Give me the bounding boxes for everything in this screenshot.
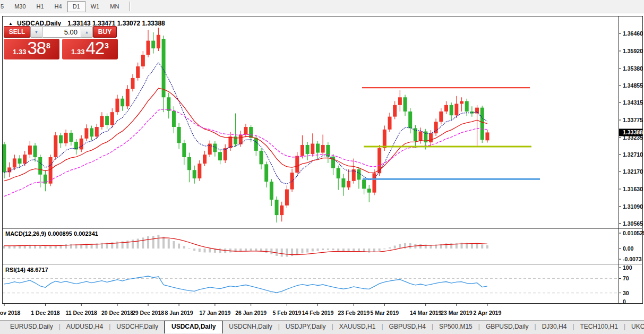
one-click-trading-panel: SELL ▼ 5.00 ▲ BUY 1.33388 1.33423 xyxy=(4,26,118,59)
macd-pane xyxy=(3,235,488,256)
buy-price-button[interactable]: 1.33423 xyxy=(62,39,118,59)
svg-text:1.31090: 1.31090 xyxy=(623,203,643,210)
sell-price-prefix: 1.33 xyxy=(13,48,26,56)
svg-text:22 Nov 2018: 22 Nov 2018 xyxy=(0,310,21,316)
timeframe-toolbar: 5M30H1H4D1W1MN xyxy=(0,0,644,13)
svg-text:29 Dec 2018: 29 Dec 2018 xyxy=(132,310,164,316)
svg-text:1.32710: 1.32710 xyxy=(623,151,643,158)
rsi-pane xyxy=(3,276,619,293)
chart-tab-dj30[interactable]: DJ30,H4 xyxy=(536,321,573,332)
svg-text:23 Mar 2019: 23 Mar 2019 xyxy=(441,310,473,316)
timeframe-button-5[interactable]: 5 xyxy=(0,1,9,12)
svg-text:14 Mar 2019: 14 Mar 2019 xyxy=(410,310,442,316)
svg-text:1.35380: 1.35380 xyxy=(623,65,643,72)
price-axis: 1.364601.359201.353801.348551.343151.337… xyxy=(619,30,644,305)
svg-text:14 Feb 2019: 14 Feb 2019 xyxy=(302,310,334,316)
buy-price-prefix: 1.33 xyxy=(71,48,84,56)
mt4-window: 1.364601.359201.353801.348551.343151.337… xyxy=(0,0,644,334)
svg-text:100: 100 xyxy=(623,264,632,271)
date-axis: 22 Nov 20181 Dec 201811 Dec 201820 Dec 2… xyxy=(0,304,501,316)
toolbar-separator xyxy=(130,2,131,11)
svg-text:1.34315: 1.34315 xyxy=(623,99,643,106)
timeframe-button-w1[interactable]: W1 xyxy=(85,1,105,12)
chart-tab-audusd[interactable]: AUDUSD,H4 xyxy=(61,321,109,332)
chart-tab-usdjpy[interactable]: USDJPY,Daily xyxy=(280,321,332,332)
svg-text:20 Dec 2018: 20 Dec 2018 xyxy=(101,310,133,316)
svg-text:1.30565: 1.30565 xyxy=(623,220,643,227)
chart-tab-usdcnh[interactable]: USDCNH,Daily xyxy=(223,321,278,332)
svg-text:2 Apr 2019: 2 Apr 2019 xyxy=(474,310,502,316)
sell-price-pipette: 8 xyxy=(46,41,50,50)
sell-price-big: 38 xyxy=(27,39,46,58)
chart-tab-usdcad[interactable]: USDCAD,Daily xyxy=(164,321,223,333)
chart-tab-gbpusd[interactable]: GBPUSD,Daily xyxy=(480,321,535,332)
buy-button[interactable]: BUY xyxy=(93,26,117,38)
svg-text:1.33388: 1.33388 xyxy=(623,129,643,135)
rsi-indicator-label: RSI(14) 48.6717 xyxy=(5,267,48,273)
svg-text:1.34855: 1.34855 xyxy=(623,82,643,89)
svg-text:1 Dec 2018: 1 Dec 2018 xyxy=(31,310,59,316)
svg-text:70: 70 xyxy=(623,275,629,281)
svg-text:30: 30 xyxy=(623,290,629,296)
collapse-panel-arrow[interactable]: ▲ xyxy=(8,21,13,26)
chart-tab-xauusd[interactable]: XAUUSD,H1 xyxy=(333,321,382,332)
chart-tab-gbpusd[interactable]: GBPUSD,H4 xyxy=(383,321,432,332)
chart-tab-tech100[interactable]: TECH100,H1 xyxy=(574,321,624,332)
sell-price-button[interactable]: 1.33388 xyxy=(4,39,59,59)
svg-text:11 Dec 2018: 11 Dec 2018 xyxy=(65,310,97,316)
svg-text:0.00: 0.00 xyxy=(623,245,634,252)
svg-text:8 Jan 2019: 8 Jan 2019 xyxy=(165,310,193,316)
svg-text:-0.0073: -0.0073 xyxy=(623,256,642,262)
chart-tab-bar: EURUSD,Daily|AUDUSD,H4|USDCHF,DailyUSDCA… xyxy=(0,320,644,334)
svg-text:1.36460: 1.36460 xyxy=(623,30,643,37)
svg-text:1.31630: 1.31630 xyxy=(623,186,643,192)
svg-text:1.35920: 1.35920 xyxy=(623,48,643,54)
svg-text:1.32170: 1.32170 xyxy=(623,168,643,175)
trade-panel-price-row: 1.33388 1.33423 xyxy=(4,39,118,59)
chart-tab-ukc[interactable]: UKC xyxy=(625,321,644,332)
buy-price-big: 42 xyxy=(85,39,104,58)
svg-text:26 Jan 2019: 26 Jan 2019 xyxy=(235,310,267,316)
macd-indicator-label: MACD(12,26,9) 0.000895 0.002341 xyxy=(5,230,98,237)
svg-text:17 Jan 2019: 17 Jan 2019 xyxy=(199,310,230,316)
timeframe-button-h1[interactable]: H1 xyxy=(31,1,49,12)
svg-text:0.010525: 0.010525 xyxy=(623,230,644,236)
timeframe-button-h4[interactable]: H4 xyxy=(49,1,67,12)
timeframe-button-d1[interactable]: D1 xyxy=(67,1,85,12)
sell-button[interactable]: SELL xyxy=(4,26,30,38)
timeframe-button-m30[interactable]: M30 xyxy=(9,1,31,12)
volume-input[interactable]: 5.00 xyxy=(42,26,81,38)
svg-text:1.33775: 1.33775 xyxy=(623,117,643,123)
svg-text:5 Mar 2019: 5 Mar 2019 xyxy=(370,310,399,316)
svg-text:0: 0 xyxy=(623,298,626,305)
chart-tab-eurusd[interactable]: EURUSD,Daily xyxy=(4,321,59,332)
chart-tab-usdchf[interactable]: USDCHF,Daily xyxy=(110,321,164,332)
chart-tab-sp500[interactable]: SP500,M15 xyxy=(433,321,478,332)
svg-text:5 Feb 2019: 5 Feb 2019 xyxy=(273,310,302,316)
trade-panel-top-row: SELL ▼ 5.00 ▲ BUY xyxy=(4,26,118,38)
timeframe-button-mn[interactable]: MN xyxy=(105,1,124,12)
volume-decrease-button[interactable]: ▼ xyxy=(30,26,42,38)
buy-price-pipette: 3 xyxy=(105,41,109,50)
volume-increase-button[interactable]: ▲ xyxy=(81,26,93,38)
svg-text:23 Feb 2019: 23 Feb 2019 xyxy=(338,310,370,316)
